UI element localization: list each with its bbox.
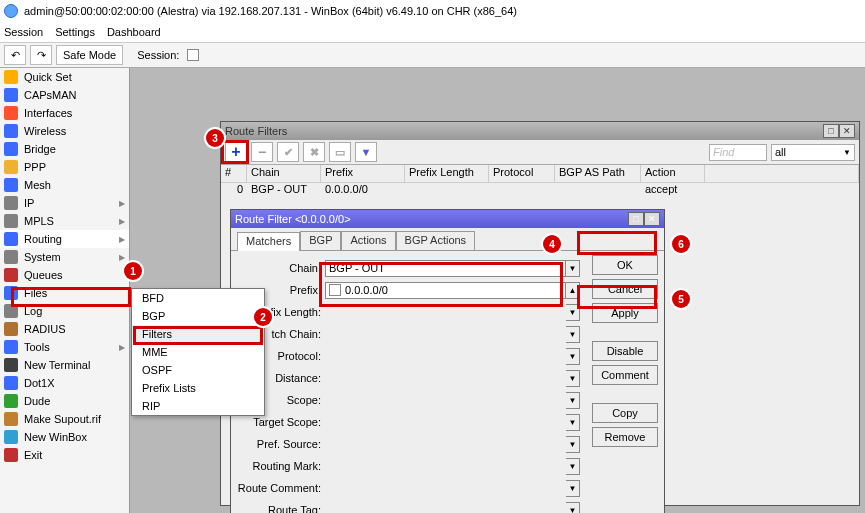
submenu-prefix-lists[interactable]: Prefix Lists	[132, 379, 264, 397]
expand-icon[interactable]: ▼	[566, 304, 580, 321]
add-button[interactable]: +	[225, 142, 247, 162]
sidebar-item-make-supout-rif[interactable]: Make Supout.rif	[0, 410, 129, 428]
expand-icon[interactable]: ▼	[566, 480, 580, 497]
close-icon[interactable]: ✕	[839, 124, 855, 138]
submenu-rip[interactable]: RIP	[132, 397, 264, 415]
sidebar-item-dot1x[interactable]: Dot1X	[0, 374, 129, 392]
submenu-filters[interactable]: Filters	[132, 325, 264, 343]
disable-button[interactable]: ✖	[303, 142, 325, 162]
chevron-right-icon: ▶	[119, 343, 125, 352]
undo-button[interactable]: ↶	[4, 45, 26, 65]
menu-dashboard[interactable]: Dashboard	[107, 26, 161, 38]
prefix-checkbox[interactable]	[329, 284, 341, 296]
expand-icon[interactable]: ▼	[566, 458, 580, 475]
workspace: Quick SetCAPsMANInterfacesWirelessBridge…	[0, 68, 865, 513]
remove-button[interactable]: Remove	[592, 427, 658, 447]
sidebar-item-new-winbox[interactable]: New WinBox	[0, 428, 129, 446]
sidebar-item-system[interactable]: System▶	[0, 248, 129, 266]
enable-button[interactable]: ✔	[277, 142, 299, 162]
session-label: Session:	[137, 49, 179, 61]
col-num[interactable]: #	[221, 165, 247, 183]
prefix-up-icon[interactable]: ▲	[566, 282, 580, 299]
sidebar-item-interfaces[interactable]: Interfaces	[0, 104, 129, 122]
menu-session[interactable]: Session	[4, 26, 43, 38]
table-row[interactable]: 0 BGP - OUT 0.0.0.0/0 accept	[221, 183, 859, 199]
field-chain: Chain:BGP - OUT▼	[237, 257, 580, 279]
remove-button[interactable]: −	[251, 142, 273, 162]
expand-icon[interactable]: ▼	[566, 392, 580, 409]
route-filters-table: # Chain Prefix Prefix Length Protocol BG…	[221, 164, 859, 199]
prefix-input[interactable]: 0.0.0.0/0	[325, 282, 566, 299]
tab-bgp[interactable]: BGP	[300, 231, 341, 250]
sidebar-item-queues[interactable]: Queues	[0, 266, 129, 284]
route-filter-titlebar[interactable]: Route Filter <0.0.0.0/0> □ ✕	[231, 210, 664, 228]
submenu-ospf[interactable]: OSPF	[132, 361, 264, 379]
submenu-mme[interactable]: MME	[132, 343, 264, 361]
ok-button[interactable]: OK	[592, 255, 658, 275]
close-icon[interactable]: ✕	[644, 212, 660, 226]
sidebar-item-new-terminal[interactable]: New Terminal	[0, 356, 129, 374]
find-input[interactable]: Find	[709, 144, 767, 161]
sidebar-item-bridge[interactable]: Bridge	[0, 140, 129, 158]
menu-settings[interactable]: Settings	[55, 26, 95, 38]
filter-dropdown[interactable]: all▼	[771, 144, 855, 161]
submenu-bfd[interactable]: BFD	[132, 289, 264, 307]
sidebar-item-tools[interactable]: Tools▶	[0, 338, 129, 356]
sidebar-item-wireless[interactable]: Wireless	[0, 122, 129, 140]
sidebar-item-dude[interactable]: Dude	[0, 392, 129, 410]
sidebar-item-routing[interactable]: Routing▶	[0, 230, 129, 248]
sidebar-item-log[interactable]: Log	[0, 302, 129, 320]
tab-matchers[interactable]: Matchers	[237, 232, 300, 251]
cancel-button[interactable]: Cancel	[592, 279, 658, 299]
minimize-icon[interactable]: □	[823, 124, 839, 138]
badge-5: 5	[672, 290, 690, 308]
badge-2: 2	[254, 308, 272, 326]
copy-button[interactable]: Copy	[592, 403, 658, 423]
menu-icon	[4, 376, 18, 390]
comment-button[interactable]: Comment	[592, 365, 658, 385]
col-protocol[interactable]: Protocol	[489, 165, 555, 183]
field-tscope: Target Scope:▼	[237, 411, 580, 433]
col-action[interactable]: Action	[641, 165, 705, 183]
sidebar-item-ip[interactable]: IP▶	[0, 194, 129, 212]
filter-button[interactable]: ▼	[355, 142, 377, 162]
chain-dropdown-icon[interactable]: ▼	[566, 260, 580, 277]
tab-bgp-actions[interactable]: BGP Actions	[396, 231, 476, 250]
expand-icon[interactable]: ▼	[566, 436, 580, 453]
chevron-right-icon: ▶	[119, 199, 125, 208]
submenu-bgp[interactable]: BGP	[132, 307, 264, 325]
redo-button[interactable]: ↷	[30, 45, 52, 65]
chevron-right-icon: ▶	[119, 217, 125, 226]
disable-button[interactable]: Disable	[592, 341, 658, 361]
comment-button[interactable]: ▭	[329, 142, 351, 162]
expand-icon[interactable]: ▼	[566, 414, 580, 431]
minimize-icon[interactable]: □	[628, 212, 644, 226]
col-prefix[interactable]: Prefix	[321, 165, 405, 183]
sidebar-item-ppp[interactable]: PPP	[0, 158, 129, 176]
sidebar-item-files[interactable]: Files	[0, 284, 129, 302]
apply-button[interactable]: Apply	[592, 303, 658, 323]
expand-icon[interactable]: ▼	[566, 502, 580, 514]
sidebar-item-exit[interactable]: Exit	[0, 446, 129, 464]
field-pl: fix Length:▼	[237, 301, 580, 323]
sidebar-item-mesh[interactable]: Mesh	[0, 176, 129, 194]
sidebar-item-radius[interactable]: RADIUS	[0, 320, 129, 338]
route-filter-tabs: Matchers BGP Actions BGP Actions	[231, 228, 664, 250]
expand-icon[interactable]: ▼	[566, 348, 580, 365]
col-prefixlen[interactable]: Prefix Length	[405, 165, 489, 183]
chain-input[interactable]: BGP - OUT	[325, 260, 566, 277]
safe-mode-button[interactable]: Safe Mode	[56, 45, 123, 65]
col-chain[interactable]: Chain	[247, 165, 321, 183]
expand-icon[interactable]: ▼	[566, 370, 580, 387]
field-rmark: Routing Mark:▼	[237, 455, 580, 477]
tab-actions[interactable]: Actions	[341, 231, 395, 250]
route-filter-title: Route Filter <0.0.0.0/0>	[235, 213, 351, 225]
col-aspath[interactable]: BGP AS Path	[555, 165, 641, 183]
session-checkbox[interactable]	[187, 49, 199, 61]
sidebar-item-quick-set[interactable]: Quick Set	[0, 68, 129, 86]
sidebar-item-mpls[interactable]: MPLS▶	[0, 212, 129, 230]
menu-icon	[4, 394, 18, 408]
route-filters-titlebar[interactable]: Route Filters □ ✕	[221, 122, 859, 140]
sidebar-item-capsman[interactable]: CAPsMAN	[0, 86, 129, 104]
expand-icon[interactable]: ▼	[566, 326, 580, 343]
